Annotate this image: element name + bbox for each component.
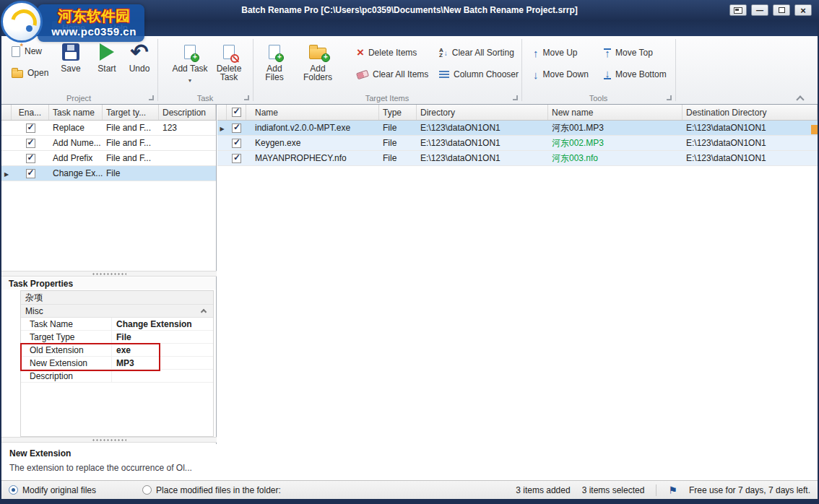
task-row[interactable]: Add Prefix File and F... bbox=[1, 151, 216, 166]
chevron-up-icon[interactable] bbox=[201, 309, 207, 315]
add-files-button[interactable]: Add Files bbox=[257, 39, 292, 84]
maximize-button[interactable] bbox=[773, 4, 790, 16]
delete-task-button[interactable]: Delete Task bbox=[212, 39, 246, 84]
add-task-button[interactable]: Add Task bbox=[170, 39, 209, 87]
task-row-selected[interactable]: Change Ex... File bbox=[1, 166, 216, 181]
new-name-cell: 河东002.MP3 bbox=[548, 136, 682, 150]
group-separator bbox=[521, 39, 522, 101]
move-up-button[interactable]: Move Up bbox=[530, 45, 581, 61]
description-value[interactable] bbox=[112, 370, 213, 382]
tab-home[interactable]: Home bbox=[52, 21, 95, 36]
header-target-type[interactable]: Target ty... bbox=[103, 105, 159, 120]
delete-task-label: Delete Task bbox=[213, 64, 245, 82]
property-category[interactable]: 杂项 bbox=[21, 291, 213, 305]
header-destination-directory[interactable]: Destination Directory bbox=[682, 105, 818, 120]
minimize-button[interactable] bbox=[751, 4, 768, 16]
old-extension-value[interactable]: exe bbox=[112, 344, 213, 356]
property-group-misc[interactable]: Misc bbox=[21, 305, 213, 318]
add-folders-icon bbox=[309, 48, 326, 59]
skin-icon bbox=[734, 7, 742, 14]
splitter-grip-icon bbox=[92, 439, 126, 441]
save-button[interactable]: Save bbox=[56, 39, 85, 75]
header-new-name[interactable]: New name bbox=[548, 105, 682, 120]
item-row[interactable]: MAYANPROPHECY.nfo File E:\123\dataON1ON1… bbox=[217, 151, 818, 166]
window-title: Batch Rename Pro [C:\Users\pc0359\Docume… bbox=[0, 0, 819, 20]
target-type-value[interactable]: File bbox=[112, 331, 213, 343]
undo-button[interactable]: Undo bbox=[124, 39, 155, 75]
checkbox-checked-icon[interactable] bbox=[232, 123, 241, 133]
no-badge-icon bbox=[230, 54, 239, 63]
place-in-folder-radio[interactable]: Place modified files in the folder: bbox=[142, 485, 281, 495]
checkbox-checked-icon[interactable] bbox=[26, 123, 35, 133]
status-right-cluster: 3 items added 3 items selected Free use … bbox=[516, 485, 810, 496]
checkbox-checked-icon[interactable] bbox=[232, 108, 241, 117]
task-row[interactable]: Replace File and F... 123 bbox=[1, 121, 216, 136]
move-bottom-button[interactable]: Move Bottom bbox=[601, 66, 670, 82]
header-task-name[interactable]: Task name bbox=[49, 105, 103, 120]
group-separator bbox=[253, 39, 254, 101]
header-indicator bbox=[217, 105, 227, 120]
skin-gallery-button[interactable] bbox=[729, 4, 747, 16]
new-extension-value[interactable]: MP3 bbox=[112, 357, 213, 369]
delete-items-label: Delete Items bbox=[368, 48, 417, 58]
items-grid-header: Name Type Directory New name Destination… bbox=[217, 105, 818, 121]
row-indicator-icon bbox=[4, 168, 9, 178]
add-folders-button[interactable]: Add Folders bbox=[295, 39, 341, 84]
maximize-icon bbox=[779, 7, 785, 13]
header-type[interactable]: Type bbox=[379, 105, 417, 120]
horizontal-splitter[interactable] bbox=[1, 271, 217, 277]
add-files-label: Add Files bbox=[259, 64, 290, 82]
delete-task-icon bbox=[223, 45, 235, 59]
title-bar[interactable]: Batch Rename Pro [C:\Users\pc0359\Docume… bbox=[0, 0, 819, 20]
radio-unselected-icon[interactable] bbox=[142, 485, 152, 495]
close-button[interactable] bbox=[794, 4, 812, 16]
property-row: Description bbox=[21, 370, 213, 383]
dialog-launcher-icon[interactable] bbox=[667, 95, 672, 100]
move-top-label: Move Top bbox=[615, 48, 653, 58]
task-name-value[interactable]: Change Extension bbox=[112, 318, 213, 330]
new-button[interactable]: * New bbox=[9, 43, 45, 59]
tab-help[interactable]: Help bbox=[100, 21, 138, 36]
arrow-to-top-icon bbox=[604, 48, 611, 58]
splitter-grip-icon bbox=[92, 273, 126, 275]
plus-badge-icon bbox=[275, 53, 284, 62]
checkbox-checked-icon[interactable] bbox=[26, 169, 35, 178]
collapse-ribbon-icon[interactable] bbox=[796, 95, 804, 103]
arrow-up-icon bbox=[533, 47, 539, 59]
checkbox-checked-icon[interactable] bbox=[26, 139, 35, 148]
checkbox-checked-icon[interactable] bbox=[232, 154, 241, 163]
status-bar: Modify original files Place modified fil… bbox=[1, 480, 818, 499]
clear-all-items-button[interactable]: Clear All Items bbox=[354, 66, 431, 82]
start-button[interactable]: Start bbox=[91, 39, 123, 75]
dialog-launcher-icon[interactable] bbox=[244, 95, 249, 100]
chevron-down-icon[interactable] bbox=[188, 74, 193, 84]
open-button[interactable]: Open bbox=[9, 65, 51, 81]
checkbox-checked-icon[interactable] bbox=[232, 139, 241, 148]
item-row[interactable]: Keygen.exe File E:\123\dataON1ON1 河东002.… bbox=[217, 136, 818, 151]
property-grid: 杂项 Misc Task Name Change Extension Targe… bbox=[20, 290, 214, 437]
modify-original-radio[interactable]: Modify original files bbox=[9, 485, 96, 495]
checkbox-checked-icon[interactable] bbox=[26, 154, 35, 163]
header-directory[interactable]: Directory bbox=[417, 105, 548, 120]
undo-arrow-icon bbox=[130, 41, 148, 63]
header-name[interactable]: Name bbox=[246, 105, 379, 120]
column-chooser-button[interactable]: Column Chooser bbox=[436, 66, 521, 82]
group-separator bbox=[157, 39, 158, 101]
delete-items-button[interactable]: Delete Items bbox=[354, 45, 420, 61]
property-row: Old Extension exe bbox=[21, 344, 213, 357]
header-description[interactable]: Description bbox=[159, 105, 216, 120]
radio-selected-icon[interactable] bbox=[9, 485, 18, 495]
move-top-button[interactable]: Move Top bbox=[601, 45, 656, 61]
target-items-panel: Name Type Directory New name Destination… bbox=[217, 105, 818, 480]
task-panel: Ena... Task name Target ty... Descriptio… bbox=[1, 105, 217, 480]
clear-all-sorting-button[interactable]: Clear All Sorting bbox=[436, 45, 517, 61]
sort-az-icon bbox=[439, 48, 448, 58]
task-row[interactable]: Add Nume... File and F... bbox=[1, 136, 216, 151]
header-enabled[interactable]: Ena... bbox=[12, 105, 49, 120]
dialog-launcher-icon[interactable] bbox=[513, 95, 518, 100]
dialog-launcher-icon[interactable] bbox=[149, 95, 154, 100]
header-check-all[interactable] bbox=[227, 105, 246, 120]
item-row-selected[interactable]: indiafont.v2.0.0-MPT.exe File E:\123\dat… bbox=[217, 121, 818, 136]
horizontal-splitter[interactable] bbox=[1, 437, 217, 443]
move-down-button[interactable]: Move Down bbox=[530, 66, 592, 82]
